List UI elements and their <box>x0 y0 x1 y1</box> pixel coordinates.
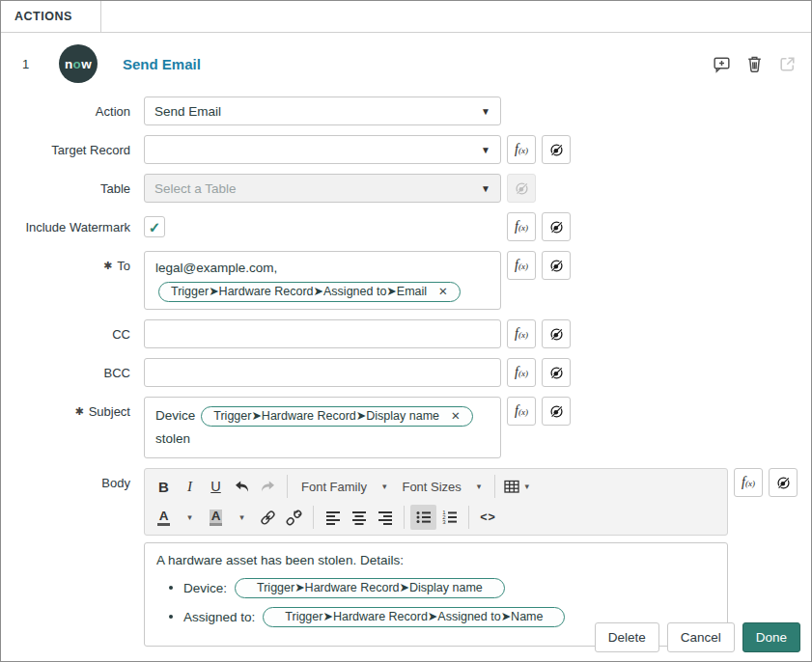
target-record-pill-picker-button[interactable] <box>542 135 571 164</box>
bullet-list-icon <box>415 510 433 525</box>
action-title-link[interactable]: Send Email <box>123 56 201 72</box>
action-field-label: Action <box>1 97 130 119</box>
table-icon <box>503 479 520 494</box>
row-include-watermark: Include Watermark ✓ f(x) <box>1 212 811 241</box>
insert-table-button[interactable]: ▾ <box>501 474 531 499</box>
numbered-list-button[interactable]: 1 2 3 <box>436 505 462 530</box>
data-pill-picker-icon <box>548 365 565 381</box>
redo-icon <box>259 479 277 495</box>
target-record-label: Target Record <box>1 135 130 157</box>
source-code-button[interactable]: <> <box>475 505 501 530</box>
bold-button[interactable]: B <box>151 474 177 499</box>
row-bcc: BCC f(x) <box>1 358 811 387</box>
to-label: ✱To <box>1 251 130 273</box>
tab-bar: ACTIONS <box>1 1 811 33</box>
bullet-list-button[interactable] <box>410 505 436 530</box>
body-data-pill[interactable]: Trigger➤Hardware Record➤Assigned to➤Name <box>263 607 565 627</box>
include-watermark-fx-button[interactable]: f(x) <box>507 212 536 241</box>
caret-down-icon: ▾ <box>239 512 244 522</box>
action-select-value: Send Email <box>154 104 221 119</box>
to-pill-picker-button[interactable] <box>542 251 571 280</box>
subject-label: ✱Subject <box>1 397 130 419</box>
row-cc: CC f(x) <box>1 319 811 348</box>
subject-data-pill[interactable]: Trigger➤Hardware Record➤Display name ✕ <box>201 406 472 427</box>
italic-button[interactable]: I <box>177 474 203 499</box>
align-right-icon <box>377 510 394 525</box>
add-comment-icon[interactable] <box>712 54 732 74</box>
align-center-button[interactable] <box>346 505 372 530</box>
to-fx-button[interactable]: f(x) <box>507 251 536 280</box>
undo-button[interactable] <box>229 474 255 499</box>
checkmark-icon: ✓ <box>149 220 161 234</box>
cc-fx-button[interactable]: f(x) <box>507 319 536 348</box>
tab-actions[interactable]: ACTIONS <box>1 1 101 32</box>
bcc-input[interactable] <box>144 358 501 387</box>
target-record-fx-button[interactable]: f(x) <box>507 135 536 164</box>
undo-icon <box>233 479 251 495</box>
chevron-down-icon: ▼ <box>481 145 490 155</box>
toolbar-separator <box>494 475 495 498</box>
background-color-button[interactable]: A <box>203 505 229 530</box>
toolbar-separator <box>404 506 405 529</box>
align-left-button[interactable] <box>320 505 346 530</box>
done-button[interactable]: Done <box>742 622 800 652</box>
trash-icon[interactable] <box>744 54 765 74</box>
body-label: Body <box>1 468 130 490</box>
body-fx-button[interactable]: f(x) <box>734 468 763 497</box>
caret-down-icon: ▾ <box>187 512 192 522</box>
servicenow-logo-icon: now <box>59 44 98 83</box>
background-color-caret-button[interactable]: ▾ <box>229 505 255 530</box>
list-item: Device: Trigger➤Hardware Record➤Display … <box>183 578 715 598</box>
align-center-icon <box>350 510 368 525</box>
caret-down-icon: ▾ <box>477 482 482 491</box>
text-color-button[interactable]: A <box>151 505 177 530</box>
target-record-select[interactable]: ▼ <box>144 135 501 164</box>
action-header: 1 now Send Email <box>1 41 811 87</box>
to-data-pill[interactable]: Trigger➤Hardware Record➤Assigned to➤Emai… <box>158 282 461 302</box>
toolbar-separator <box>468 506 469 529</box>
body-data-pill[interactable]: Trigger➤Hardware Record➤Display name <box>235 578 505 598</box>
font-sizes-select[interactable]: Font Sizes ▾ <box>394 474 489 499</box>
pill-remove-icon[interactable]: ✕ <box>438 284 448 300</box>
include-watermark-pill-picker-button[interactable] <box>542 212 571 241</box>
bcc-pill-picker-button[interactable] <box>542 358 571 387</box>
underline-button[interactable]: U <box>203 474 229 499</box>
unlink-icon <box>285 509 303 527</box>
required-asterisk-icon: ✱ <box>74 405 83 417</box>
subject-pill-picker-button[interactable] <box>542 397 571 426</box>
insert-link-button[interactable] <box>255 505 281 530</box>
link-icon <box>259 509 277 527</box>
action-index: 1 <box>1 57 59 71</box>
footer-actions: Delete Cancel Done <box>595 622 800 652</box>
action-select[interactable]: Send Email ▼ <box>144 97 501 125</box>
align-right-button[interactable] <box>372 505 398 530</box>
data-pill-picker-icon <box>548 403 565 420</box>
delete-button[interactable]: Delete <box>595 622 659 652</box>
row-body: Body B I U Font <box>1 468 811 647</box>
toolbar-separator <box>313 506 314 529</box>
table-pill-picker-button <box>507 174 536 203</box>
remove-link-button[interactable] <box>281 505 307 530</box>
table-placeholder: Select a Table <box>154 181 237 196</box>
subject-fx-button[interactable]: f(x) <box>507 397 536 426</box>
data-pill-picker-icon <box>548 219 565 235</box>
include-watermark-checkbox[interactable]: ✓ <box>144 216 165 237</box>
bcc-label: BCC <box>1 358 130 380</box>
pill-remove-icon[interactable]: ✕ <box>451 408 461 425</box>
subject-input[interactable]: Device Trigger➤Hardware Record➤Display n… <box>144 397 501 458</box>
subject-prefix-text: Device <box>155 404 195 428</box>
required-asterisk-icon: ✱ <box>103 260 112 271</box>
font-family-select[interactable]: Font Family ▾ <box>294 474 394 499</box>
svg-text:3: 3 <box>442 519 446 525</box>
data-pill-picker-icon <box>548 326 565 343</box>
tab-actions-label: ACTIONS <box>14 10 72 23</box>
cc-input[interactable] <box>144 319 501 348</box>
cancel-button[interactable]: Cancel <box>667 622 735 652</box>
text-color-caret-button[interactable]: ▾ <box>177 505 203 530</box>
to-input[interactable]: legal@example.com, Trigger➤Hardware Reco… <box>144 251 501 310</box>
bcc-fx-button[interactable]: f(x) <box>507 358 536 387</box>
body-pill-picker-button[interactable] <box>769 468 798 497</box>
cc-pill-picker-button[interactable] <box>542 319 571 348</box>
body-item-prefix: Assigned to: <box>183 610 255 624</box>
data-pill-picker-icon <box>548 142 565 158</box>
